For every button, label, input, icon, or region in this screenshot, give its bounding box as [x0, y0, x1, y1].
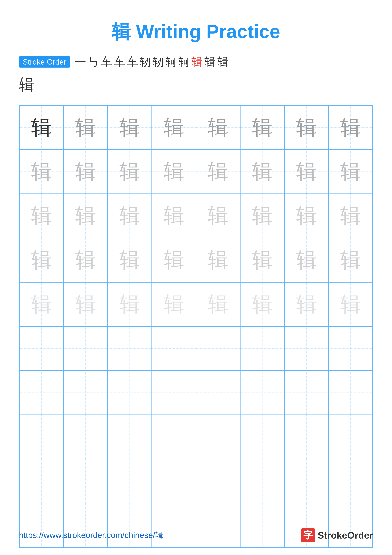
practice-char: 辑	[75, 290, 96, 318]
footer-url[interactable]: https://www.strokeorder.com/chinese/辑	[19, 530, 163, 541]
stroke-9: 轲	[178, 54, 190, 69]
practice-char: 辑	[296, 114, 317, 141]
stroke-order-section: Stroke Order 一 ㇉ 车 车 车 轫 轫 轲 轲 辑 辑 辑	[19, 54, 373, 69]
grid-cell[interactable]: 辑	[328, 238, 373, 282]
practice-char: 辑	[252, 114, 273, 141]
grid-cell[interactable]: 辑	[108, 282, 152, 326]
grid-cell[interactable]: 辑	[64, 150, 107, 194]
grid-cell-empty[interactable]	[108, 415, 152, 459]
stroke-6: 轫	[140, 54, 151, 69]
grid-cell[interactable]: 辑	[152, 282, 196, 326]
grid-cell-empty[interactable]	[284, 371, 328, 415]
grid-cell-empty[interactable]	[64, 459, 107, 503]
grid-cell[interactable]: 辑	[19, 150, 64, 194]
grid-cell[interactable]: 辑	[108, 150, 152, 194]
practice-char: 辑	[75, 246, 96, 274]
grid-cell[interactable]: 辑	[240, 194, 284, 238]
page-title: 辑 Writing Practice	[112, 19, 280, 45]
grid-cell[interactable]: 辑	[108, 105, 152, 150]
practice-char: 辑	[119, 202, 140, 230]
stroke-7: 轫	[153, 54, 164, 69]
grid-cell-empty[interactable]	[19, 459, 64, 503]
grid-cell-empty[interactable]	[196, 459, 240, 503]
grid-cell-empty[interactable]	[328, 415, 373, 459]
grid-cell-empty[interactable]	[64, 326, 107, 371]
footer-logo-text: StrokeOrder	[318, 530, 373, 541]
grid-cell-empty[interactable]	[328, 326, 373, 371]
stroke-sequence: 一 ㇉ 车 车 车 轫 轫 轲 轲 辑 辑 辑	[75, 54, 229, 69]
grid-cell[interactable]: 辑	[19, 282, 64, 326]
practice-char: 辑	[164, 246, 184, 274]
grid-cell[interactable]: 辑	[152, 105, 196, 150]
grid-cell-empty[interactable]	[152, 326, 196, 371]
grid-cell[interactable]: 辑	[152, 238, 196, 282]
practice-char: 辑	[119, 158, 140, 186]
grid-cell[interactable]: 辑	[240, 282, 284, 326]
practice-char: 辑	[340, 158, 361, 186]
grid-cell-empty[interactable]	[328, 371, 373, 415]
grid-cell-empty[interactable]	[152, 371, 196, 415]
grid-cell[interactable]: 辑	[19, 238, 64, 282]
grid-cell[interactable]: 辑	[64, 105, 107, 150]
grid-cell[interactable]: 辑	[64, 282, 107, 326]
grid-cell[interactable]: 辑	[284, 194, 328, 238]
grid-cell-empty[interactable]	[240, 326, 284, 371]
practice-grid: 辑 辑 辑 辑 辑 辑 辑 辑	[19, 105, 373, 548]
grid-cell-empty[interactable]	[284, 415, 328, 459]
grid-cell-empty[interactable]	[64, 415, 107, 459]
grid-cell[interactable]: 辑	[328, 105, 373, 150]
grid-cell-empty[interactable]	[196, 326, 240, 371]
grid-cell-empty[interactable]	[152, 459, 196, 503]
grid-cell[interactable]: 辑	[328, 150, 373, 194]
stroke-8: 轲	[165, 54, 177, 69]
grid-row-4: 辑 辑 辑 辑 辑 辑 辑 辑	[19, 238, 373, 282]
practice-char: 辑	[31, 202, 52, 230]
grid-cell-empty[interactable]	[108, 371, 152, 415]
grid-cell-empty[interactable]	[108, 459, 152, 503]
grid-cell-empty[interactable]	[284, 459, 328, 503]
practice-char: 辑	[75, 202, 96, 230]
grid-cell[interactable]: 辑	[196, 238, 240, 282]
grid-cell[interactable]: 辑	[108, 194, 152, 238]
grid-cell[interactable]: 辑	[328, 282, 373, 326]
grid-cell-empty[interactable]	[240, 371, 284, 415]
grid-cell[interactable]: 辑	[196, 105, 240, 150]
grid-cell[interactable]: 辑	[108, 238, 152, 282]
grid-cell[interactable]: 辑	[284, 105, 328, 150]
grid-cell[interactable]: 辑	[240, 238, 284, 282]
grid-cell[interactable]: 辑	[196, 194, 240, 238]
grid-cell[interactable]: 辑	[284, 150, 328, 194]
grid-cell-empty[interactable]	[108, 326, 152, 371]
grid-cell-empty[interactable]	[240, 459, 284, 503]
practice-char: 辑	[119, 246, 140, 274]
grid-cell-empty[interactable]	[64, 371, 107, 415]
practice-char: 辑	[252, 202, 273, 230]
practice-char: 辑	[31, 246, 52, 274]
grid-cell[interactable]: 辑	[284, 282, 328, 326]
grid-cell-empty[interactable]	[19, 371, 64, 415]
grid-cell[interactable]: 辑	[19, 105, 64, 150]
grid-cell[interactable]: 辑	[152, 150, 196, 194]
grid-cell[interactable]: 辑	[284, 238, 328, 282]
grid-cell-empty[interactable]	[284, 326, 328, 371]
grid-cell-empty[interactable]	[152, 415, 196, 459]
stroke-1: 一	[75, 54, 86, 69]
grid-row-8	[19, 415, 373, 459]
grid-cell[interactable]: 辑	[152, 194, 196, 238]
grid-cell[interactable]: 辑	[240, 105, 284, 150]
grid-cell-empty[interactable]	[196, 371, 240, 415]
grid-cell[interactable]: 辑	[240, 150, 284, 194]
grid-row-2: 辑 辑 辑 辑 辑 辑 辑 辑	[19, 150, 373, 194]
footer: https://www.strokeorder.com/chinese/辑 字 …	[19, 528, 373, 542]
grid-cell[interactable]: 辑	[328, 194, 373, 238]
grid-cell[interactable]: 辑	[196, 282, 240, 326]
grid-cell-empty[interactable]	[19, 326, 64, 371]
grid-cell-empty[interactable]	[19, 415, 64, 459]
grid-cell-empty[interactable]	[240, 415, 284, 459]
grid-cell[interactable]: 辑	[19, 194, 64, 238]
grid-cell[interactable]: 辑	[64, 238, 107, 282]
grid-cell-empty[interactable]	[196, 415, 240, 459]
grid-cell-empty[interactable]	[328, 459, 373, 503]
grid-cell[interactable]: 辑	[196, 150, 240, 194]
grid-cell[interactable]: 辑	[64, 194, 107, 238]
